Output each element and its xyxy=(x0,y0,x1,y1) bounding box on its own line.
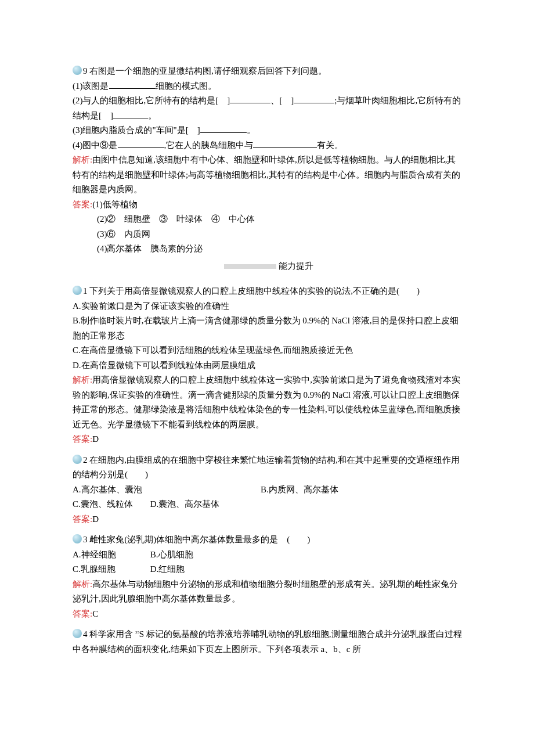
question-2: 2 在细胞内,由膜组成的在细胞中穿梭往来繁忙地运输着货物的结构,和在其中起重要的… xyxy=(73,453,464,483)
bullet-icon xyxy=(73,629,82,638)
question-1: 1 下列关于用高倍显微镜观察人的口腔上皮细胞中线粒体的实验的说法,不正确的是( … xyxy=(73,284,464,299)
bullet-icon xyxy=(73,66,82,75)
q9-answer: 答案:(1)低等植物 xyxy=(73,197,464,213)
blank xyxy=(294,94,334,103)
explanation-text: 高尔基体与动物细胞中分泌物的形成和植物细胞分裂时细胞壁的形成有关。泌乳期的雌性家… xyxy=(73,579,458,604)
text: ,它在人的胰岛细胞中与 xyxy=(164,141,254,150)
text: 有关。 xyxy=(317,141,343,150)
q1-option-b: B.制作临时装片时,在载玻片上滴一滴含健那绿的质量分数为 0.9%的 NaCl … xyxy=(73,314,464,343)
divider-title: 能力提升 xyxy=(279,261,313,271)
q1-num: 1 xyxy=(83,286,88,296)
text: 。 xyxy=(247,125,255,135)
q1-option-c: C.在高倍显微镜下可以看到活细胞的线粒体呈现蓝绿色,而细胞质接近无色 xyxy=(73,343,464,358)
blank xyxy=(113,109,148,118)
answer-label: 答案: xyxy=(73,609,92,618)
question-9: 9 右图是一个细胞的亚显微结构图,请仔细观察后回答下列问题。 xyxy=(73,64,464,79)
q3-option-d: D.红细胞 xyxy=(150,562,226,577)
q1-answer: 答案:D xyxy=(73,432,464,447)
q2-option-d: D.囊泡、高尔基体 xyxy=(150,497,226,512)
q4-sup: 35 xyxy=(135,630,139,634)
q2-option-c: C.囊泡、线粒体 xyxy=(73,497,148,512)
q3-num: 3 xyxy=(83,535,88,544)
text: 、[ ] xyxy=(270,96,294,105)
q9-answer-2: (2)② 细胞壁 ③ 叶绿体 ④ 中心体 xyxy=(73,212,464,227)
text: (2)与人的细胞相比,它所特有的结构是[ ] xyxy=(73,96,230,105)
q9-part2: (2)与人的细胞相比,它所特有的结构是[ ]、[ ];与烟草叶肉细胞相比,它所特… xyxy=(73,93,464,123)
bullet-icon xyxy=(73,286,82,295)
question-4: 4 科学家用含 35S 标记的氨基酸的培养液培养哺乳动物的乳腺细胞,测量细胞合成… xyxy=(73,627,464,657)
q1-option-a: A.实验前漱口是为了保证该实验的准确性 xyxy=(73,299,464,314)
text: (4)图中⑨是 xyxy=(73,141,118,150)
q3-options-row2: C.乳腺细胞 D.红细胞 xyxy=(73,562,464,577)
blank xyxy=(109,80,156,89)
q3-options-row1: A.神经细胞 B.心肌细胞 xyxy=(73,548,464,563)
divider-bar-icon xyxy=(224,264,276,269)
blank xyxy=(200,124,247,133)
text: 细胞的模式图。 xyxy=(156,81,217,91)
explanation-label: 解析: xyxy=(73,155,92,164)
q2-options-row1: A.高尔基体、囊泡B.内质网、高尔基体 xyxy=(73,483,464,498)
answer-text: (1)低等植物 xyxy=(92,200,138,209)
q4-num: 4 xyxy=(83,629,88,639)
explanation-label: 解析: xyxy=(73,375,92,384)
q2-options-row2: C.囊泡、线粒体 D.囊泡、高尔基体 xyxy=(73,497,464,512)
explanation-text: 由图中信息知道,该细胞中有中心体、细胞壁和叶绿体,所以是低等植物细胞。与人的细胞… xyxy=(73,155,460,194)
q9-num: 9 xyxy=(83,66,88,75)
text: (3)细胞内脂质合成的"车间"是[ ] xyxy=(73,125,200,135)
explanation-text: 用高倍显微镜观察人的口腔上皮细胞中线粒体这一实验中,实验前漱口是为了避免食物残渣… xyxy=(73,375,460,429)
q4-stem-a: 科学家用含 xyxy=(89,629,135,639)
answer-text: D xyxy=(92,514,99,524)
answer-label: 答案: xyxy=(73,200,92,209)
bullet-icon xyxy=(73,534,82,543)
q2-answer: 答案:D xyxy=(73,512,464,527)
answer-label: 答案: xyxy=(73,434,92,444)
q2-option-b: B.内质网、高尔基体 xyxy=(261,483,449,498)
answer-label: 答案: xyxy=(73,514,92,524)
q9-stem: 右图是一个细胞的亚显微结构图,请仔细观察后回答下列问题。 xyxy=(89,66,327,75)
text: (1)该图是 xyxy=(73,81,109,91)
q9-answer-4: (4)高尔基体 胰岛素的分泌 xyxy=(73,242,464,257)
blank xyxy=(253,139,317,148)
q9-explanation: 解析:由图中信息知道,该细胞中有中心体、细胞壁和叶绿体,所以是低等植物细胞。与人… xyxy=(73,153,464,197)
answer-text: D xyxy=(92,434,99,444)
section-divider: 能力提升 xyxy=(73,259,464,274)
q1-option-d: D.在高倍显微镜下可以看到线粒体由两层膜组成 xyxy=(73,358,464,373)
q3-explanation: 解析:高尔基体与动物细胞中分泌物的形成和植物细胞分裂时细胞壁的形成有关。泌乳期的… xyxy=(73,577,464,607)
blank xyxy=(230,94,270,103)
q2-option-a: A.高尔基体、囊泡 xyxy=(73,483,261,498)
blank xyxy=(118,139,164,148)
q1-stem: 下列关于用高倍显微镜观察人的口腔上皮细胞中线粒体的实验的说法,不正确的是( ) xyxy=(89,286,420,296)
q3-stem: 雌性家兔(泌乳期)体细胞中高尔基体数量最多的是 ( ) xyxy=(89,535,310,544)
text: 。 xyxy=(148,111,157,120)
q1-explanation: 解析:用高倍显微镜观察人的口腔上皮细胞中线粒体这一实验中,实验前漱口是为了避免食… xyxy=(73,373,464,432)
q2-num: 2 xyxy=(83,455,88,465)
q3-option-b: B.心肌细胞 xyxy=(150,548,226,563)
q2-stem: 在细胞内,由膜组成的在细胞中穿梭往来繁忙地运输着货物的结构,和在其中起重要的交通… xyxy=(73,455,460,480)
q3-answer: 答案:C xyxy=(73,607,464,622)
q3-option-c: C.乳腺细胞 xyxy=(73,562,148,577)
q3-option-a: A.神经细胞 xyxy=(73,548,148,563)
answer-text: C xyxy=(92,609,98,618)
explanation-label: 解析: xyxy=(73,579,92,589)
question-3: 3 雌性家兔(泌乳期)体细胞中高尔基体数量最多的是 ( ) xyxy=(73,532,464,548)
q9-part3: (3)细胞内脂质合成的"车间"是[ ]。 xyxy=(73,123,464,138)
bullet-icon xyxy=(73,455,82,464)
q9-part1: (1)该图是细胞的模式图。 xyxy=(73,79,464,94)
q9-answer-3: (3)⑥ 内质网 xyxy=(73,227,464,242)
q9-part4: (4)图中⑨是,它在人的胰岛细胞中与有关。 xyxy=(73,138,464,153)
